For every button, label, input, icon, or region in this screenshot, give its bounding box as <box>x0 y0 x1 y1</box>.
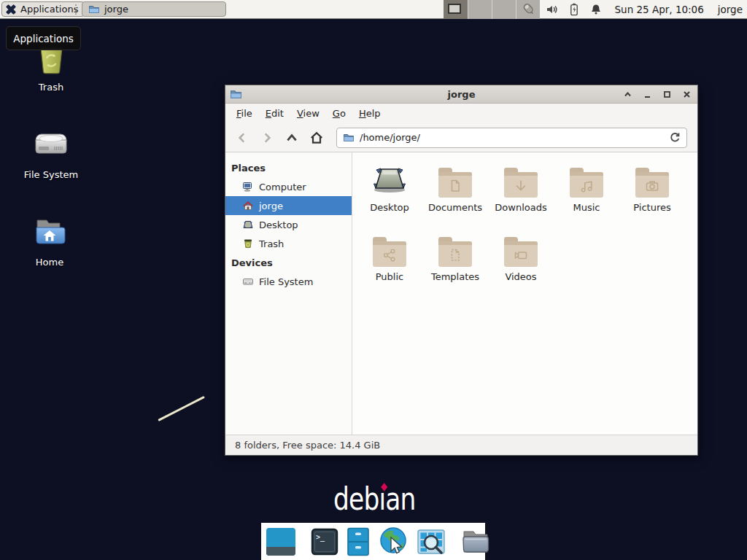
desktop-icon-label: File System <box>24 169 78 180</box>
folder-icon <box>373 241 406 267</box>
sidebar-item-jorge[interactable]: jorge <box>225 196 352 215</box>
file-manager-window: jorge File Edit View Go Help <box>225 85 698 456</box>
file-item-label: Templates <box>431 271 479 282</box>
file-item-downloads[interactable]: Downloads <box>488 160 554 229</box>
file-item-templates[interactable]: Templates <box>422 229 488 298</box>
file-item-pictures[interactable]: Pictures <box>619 160 685 229</box>
svg-text:>_: >_ <box>316 533 325 542</box>
logo-text: an <box>385 481 415 517</box>
sidebar-header-devices: Devices <box>225 253 352 272</box>
file-item-label: Videos <box>505 271 536 282</box>
sidebar-item-label: Trash <box>259 238 284 249</box>
drive-mini-icon <box>242 276 254 287</box>
file-item-public[interactable]: Public <box>357 229 422 298</box>
folder-icon <box>504 241 538 267</box>
workspace-3[interactable] <box>492 0 516 19</box>
debian-logo: debıan <box>333 481 416 517</box>
folder-icon <box>88 4 100 15</box>
volume-icon[interactable] <box>546 3 559 16</box>
desktop-mini-icon <box>242 219 254 230</box>
minimize-button[interactable] <box>640 88 654 101</box>
application-finder-icon[interactable] <box>416 527 446 556</box>
sidebar-item-computer[interactable]: Computer <box>225 177 352 196</box>
tooltip-text: Applications <box>13 33 73 44</box>
menu-edit[interactable]: Edit <box>259 106 290 121</box>
desktop-special-icon <box>371 163 408 198</box>
file-item-label: Pictures <box>633 202 670 213</box>
taskbar-window-button[interactable]: jorge <box>82 1 226 17</box>
logo-text: deb <box>333 481 379 517</box>
house-icon <box>242 200 254 211</box>
workspace-window-preview <box>448 4 461 14</box>
desktop-icon-home[interactable]: Home <box>12 214 88 268</box>
taskbar-window-label: jorge <box>104 4 128 15</box>
sidebar-item-label: File System <box>259 276 313 287</box>
reload-icon[interactable] <box>669 132 681 144</box>
show-desktop-icon[interactable] <box>265 526 297 557</box>
applications-menu-label: Applications <box>20 4 78 15</box>
home-folder-icon <box>31 214 69 253</box>
applications-icon <box>5 4 17 15</box>
file-manager-icon[interactable] <box>460 526 492 557</box>
sidebar-item-label: Desktop <box>259 219 298 230</box>
path-input[interactable] <box>360 132 664 143</box>
sidebar-item-label: jorge <box>259 201 283 211</box>
file-item-label: Music <box>573 202 600 213</box>
file-item-desktop[interactable]: Desktop <box>357 160 422 229</box>
toolbar <box>225 123 697 152</box>
bell-icon[interactable] <box>589 3 603 16</box>
path-folder-icon <box>343 132 355 144</box>
home-button[interactable] <box>306 127 328 149</box>
file-cabinet-icon[interactable] <box>346 526 371 557</box>
menubar: File Edit View Go Help <box>225 104 697 123</box>
web-browser-icon[interactable] <box>377 526 409 558</box>
menu-help[interactable]: Help <box>352 106 387 121</box>
up-button[interactable] <box>281 127 303 149</box>
sidebar-item-label: Computer <box>259 182 306 192</box>
panel-handle[interactable] <box>75 4 79 15</box>
system-tray: Sun 25 Apr, 10:06 jorge <box>522 0 747 19</box>
folder-icon <box>438 241 472 267</box>
file-item-documents[interactable]: Documents <box>422 160 488 229</box>
file-item-label: Documents <box>428 202 482 213</box>
computer-icon <box>242 181 254 192</box>
file-item-music[interactable]: Music <box>554 160 619 229</box>
close-button[interactable] <box>680 88 693 101</box>
sidebar-item-file-system[interactable]: File System <box>225 272 352 291</box>
file-item-videos[interactable]: Videos <box>488 229 554 298</box>
file-list[interactable]: Desktop Documents Downloads Music <box>352 152 697 435</box>
desktop-icon-label: Trash <box>39 82 63 93</box>
statusbar: 8 folders, Free space: 14.4 GiB <box>225 435 697 455</box>
top-panel: Applications jorge Sun 25 Apr, 10:06 jor… <box>0 0 747 19</box>
dock: >_ <box>261 523 485 560</box>
terminal-icon[interactable]: >_ <box>310 527 339 556</box>
clock[interactable]: Sun 25 Apr, 10:06 <box>615 4 704 15</box>
workspace-1[interactable] <box>444 0 468 19</box>
folder-icon <box>438 172 472 198</box>
sidebar-item-trash[interactable]: Trash <box>225 234 352 253</box>
path-bar[interactable] <box>336 128 687 148</box>
shade-button[interactable] <box>621 88 634 101</box>
menu-go[interactable]: Go <box>326 106 352 121</box>
menu-view[interactable]: View <box>290 106 326 121</box>
menu-file[interactable]: File <box>230 106 259 121</box>
mouse-icon[interactable] <box>522 3 536 16</box>
desktop-icon-file-system[interactable]: File System <box>13 127 89 180</box>
maximize-button[interactable] <box>660 88 673 101</box>
sidebar-item-desktop[interactable]: Desktop <box>225 215 352 234</box>
desktop-icon-label: Home <box>36 257 63 268</box>
forward-button[interactable] <box>256 127 278 149</box>
sidebar-header-places: Places <box>225 158 352 177</box>
trash-mini-icon <box>242 238 254 249</box>
window-titlebar[interactable]: jorge <box>225 85 697 104</box>
file-item-label: Public <box>376 271 403 282</box>
folder-icon <box>570 172 603 198</box>
applications-tooltip: Applications <box>6 26 81 50</box>
battery-icon[interactable] <box>568 3 580 16</box>
stray-line-artifact <box>158 396 205 421</box>
back-button[interactable] <box>231 127 253 149</box>
session-user-button[interactable]: jorge <box>718 4 743 15</box>
applications-menu-button[interactable]: Applications <box>1 1 85 17</box>
workspace-2[interactable] <box>468 0 492 19</box>
folder-icon <box>635 172 669 198</box>
